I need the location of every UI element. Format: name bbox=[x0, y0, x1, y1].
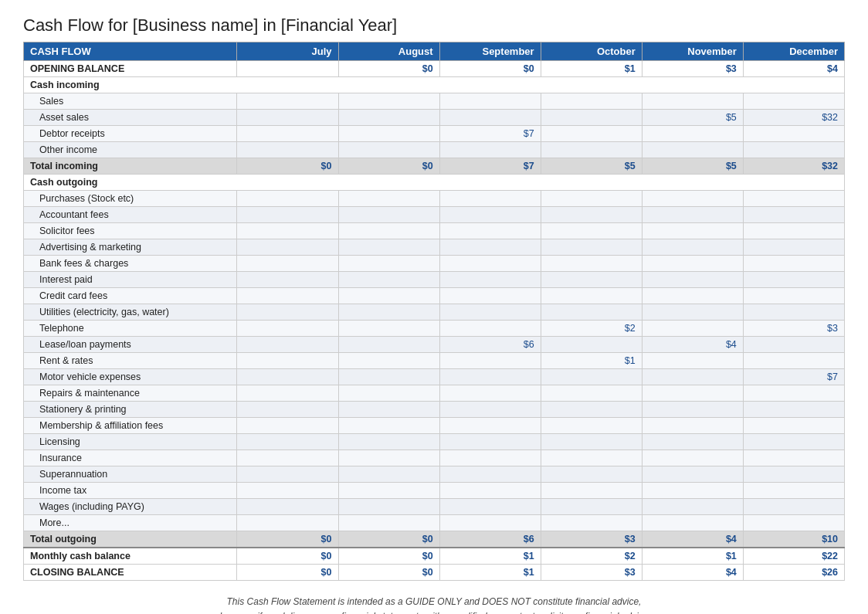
row-cell bbox=[338, 239, 439, 256]
row-cell: $6 bbox=[439, 337, 541, 353]
cash-flow-table: CASH FLOW July August September October … bbox=[23, 42, 845, 581]
row-cell bbox=[237, 223, 338, 239]
row-cell: $4 bbox=[642, 565, 743, 581]
row-cell bbox=[743, 93, 844, 110]
row-cell bbox=[237, 239, 338, 256]
row-cell bbox=[338, 126, 439, 142]
row-cell: $22 bbox=[743, 548, 844, 565]
row-label: Income tax bbox=[24, 483, 237, 499]
row-cell bbox=[338, 191, 439, 207]
row-cell bbox=[439, 353, 541, 369]
row-label: Total outgoing bbox=[24, 531, 237, 548]
row-cell bbox=[642, 321, 743, 337]
table-row: Bank fees & charges bbox=[24, 256, 845, 272]
row-label: OPENING BALANCE bbox=[24, 61, 237, 77]
section-header-label: Cash incoming bbox=[24, 77, 845, 93]
header-august: August bbox=[338, 42, 439, 61]
row-cell bbox=[642, 207, 743, 223]
page-title: Cash Flow for [Business name] in [Financ… bbox=[23, 15, 845, 36]
row-cell bbox=[237, 110, 338, 126]
row-label: Debtor receipts bbox=[24, 126, 237, 142]
row-cell bbox=[338, 337, 439, 353]
row-cell: $0 bbox=[338, 158, 439, 175]
row-cell bbox=[642, 239, 743, 256]
header-october: October bbox=[541, 42, 642, 61]
row-cell bbox=[338, 223, 439, 239]
row-cell bbox=[338, 142, 439, 158]
row-cell bbox=[642, 223, 743, 239]
row-cell bbox=[541, 256, 642, 272]
row-cell bbox=[338, 288, 439, 304]
row-cell bbox=[642, 126, 743, 142]
row-cell bbox=[439, 272, 541, 288]
row-cell bbox=[743, 434, 844, 450]
row-cell bbox=[743, 450, 844, 466]
header-november: November bbox=[642, 42, 743, 61]
row-cell: $0 bbox=[237, 531, 338, 548]
row-cell: $0 bbox=[338, 548, 439, 565]
row-cell bbox=[338, 499, 439, 515]
section-header-label: Cash outgoing bbox=[24, 175, 845, 191]
row-label: Total incoming bbox=[24, 158, 237, 175]
row-label: Rent & rates bbox=[24, 353, 237, 369]
row-cell: $1 bbox=[541, 61, 642, 77]
row-cell bbox=[237, 272, 338, 288]
row-label: Wages (including PAYG) bbox=[24, 499, 237, 515]
row-cell: $4 bbox=[743, 61, 844, 77]
row-label: Advertising & marketing bbox=[24, 239, 237, 256]
row-cell bbox=[338, 369, 439, 385]
section-header-row: Cash outgoing bbox=[24, 175, 845, 191]
row-cell: $7 bbox=[439, 126, 541, 142]
table-row: Rent & rates$1 bbox=[24, 353, 845, 369]
row-label: Lease/loan payments bbox=[24, 337, 237, 353]
row-cell bbox=[439, 402, 541, 418]
row-cell bbox=[338, 434, 439, 450]
row-cell bbox=[237, 337, 338, 353]
row-cell bbox=[439, 483, 541, 499]
row-cell: $0 bbox=[237, 565, 338, 581]
table-row: Insurance bbox=[24, 450, 845, 466]
row-cell: $2 bbox=[541, 321, 642, 337]
row-label: Telephone bbox=[24, 321, 237, 337]
row-cell bbox=[541, 483, 642, 499]
table-row: OPENING BALANCE$0$0$1$3$4 bbox=[24, 61, 845, 77]
table-row: Motor vehicle expenses$7 bbox=[24, 369, 845, 385]
row-cell: $6 bbox=[439, 531, 541, 548]
header-september: September bbox=[439, 42, 541, 61]
row-cell bbox=[642, 450, 743, 466]
row-cell bbox=[743, 483, 844, 499]
row-cell bbox=[541, 110, 642, 126]
row-label: Credit card fees bbox=[24, 288, 237, 304]
table-row: Other income bbox=[24, 142, 845, 158]
row-cell bbox=[743, 272, 844, 288]
row-cell bbox=[642, 304, 743, 321]
row-cell bbox=[338, 256, 439, 272]
row-cell bbox=[237, 515, 338, 531]
table-row: Solicitor fees bbox=[24, 223, 845, 239]
row-cell bbox=[642, 466, 743, 483]
row-cell bbox=[642, 515, 743, 531]
row-cell: $32 bbox=[743, 158, 844, 175]
row-cell: $1 bbox=[439, 565, 541, 581]
row-cell bbox=[743, 466, 844, 483]
row-cell: $3 bbox=[743, 321, 844, 337]
disclaimer-line-2: please verify and discuss your financial… bbox=[23, 609, 845, 614]
row-cell bbox=[642, 434, 743, 450]
row-cell bbox=[541, 239, 642, 256]
row-cell bbox=[642, 142, 743, 158]
row-cell bbox=[541, 337, 642, 353]
row-cell: $0 bbox=[338, 531, 439, 548]
row-cell bbox=[541, 191, 642, 207]
table-row: Credit card fees bbox=[24, 288, 845, 304]
row-cell bbox=[338, 515, 439, 531]
row-cell bbox=[237, 402, 338, 418]
row-cell: $1 bbox=[541, 353, 642, 369]
header-july: July bbox=[237, 42, 338, 61]
row-cell bbox=[237, 288, 338, 304]
row-cell bbox=[743, 418, 844, 434]
row-cell: $0 bbox=[439, 61, 541, 77]
row-cell bbox=[743, 288, 844, 304]
row-cell bbox=[439, 434, 541, 450]
row-cell bbox=[743, 239, 844, 256]
row-cell bbox=[541, 288, 642, 304]
